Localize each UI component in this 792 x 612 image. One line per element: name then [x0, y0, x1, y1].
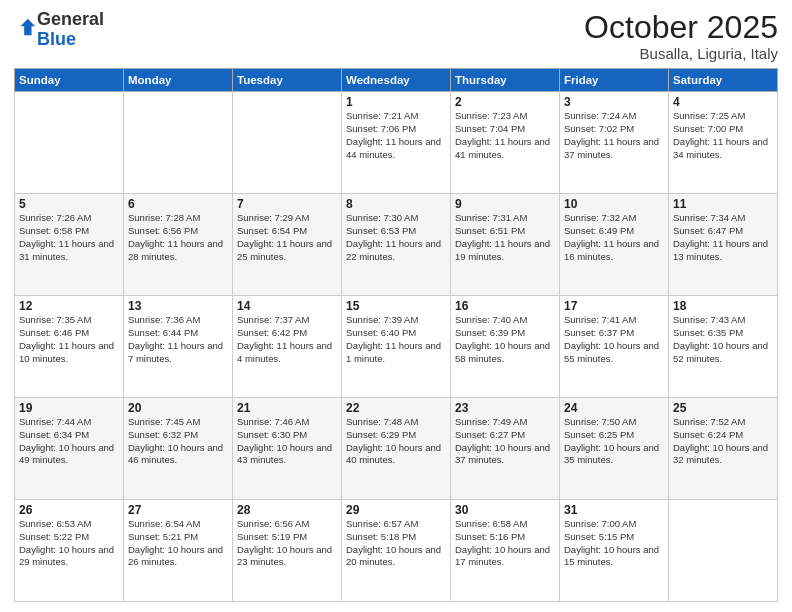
day-info: Sunrise: 7:26 AM Sunset: 6:58 PM Dayligh…: [19, 212, 119, 263]
day-number: 18: [673, 299, 773, 313]
day-cell: 13Sunrise: 7:36 AM Sunset: 6:44 PM Dayli…: [124, 296, 233, 398]
day-info: Sunrise: 6:53 AM Sunset: 5:22 PM Dayligh…: [19, 518, 119, 569]
day-cell: 20Sunrise: 7:45 AM Sunset: 6:32 PM Dayli…: [124, 398, 233, 500]
day-cell: 17Sunrise: 7:41 AM Sunset: 6:37 PM Dayli…: [560, 296, 669, 398]
day-cell: 10Sunrise: 7:32 AM Sunset: 6:49 PM Dayli…: [560, 194, 669, 296]
header: General Blue October 2025 Busalla, Ligur…: [14, 10, 778, 62]
day-info: Sunrise: 7:00 AM Sunset: 5:15 PM Dayligh…: [564, 518, 664, 569]
day-number: 3: [564, 95, 664, 109]
day-info: Sunrise: 7:29 AM Sunset: 6:54 PM Dayligh…: [237, 212, 337, 263]
week-row-4: 19Sunrise: 7:44 AM Sunset: 6:34 PM Dayli…: [15, 398, 778, 500]
day-number: 27: [128, 503, 228, 517]
day-info: Sunrise: 7:44 AM Sunset: 6:34 PM Dayligh…: [19, 416, 119, 467]
page: General Blue October 2025 Busalla, Ligur…: [0, 0, 792, 612]
day-info: Sunrise: 7:43 AM Sunset: 6:35 PM Dayligh…: [673, 314, 773, 365]
logo-blue: Blue: [37, 29, 76, 49]
day-info: Sunrise: 7:39 AM Sunset: 6:40 PM Dayligh…: [346, 314, 446, 365]
month-title: October 2025: [584, 10, 778, 45]
day-cell: 3Sunrise: 7:24 AM Sunset: 7:02 PM Daylig…: [560, 92, 669, 194]
day-number: 20: [128, 401, 228, 415]
day-number: 7: [237, 197, 337, 211]
day-cell: 29Sunrise: 6:57 AM Sunset: 5:18 PM Dayli…: [342, 500, 451, 602]
day-number: 5: [19, 197, 119, 211]
day-cell: 31Sunrise: 7:00 AM Sunset: 5:15 PM Dayli…: [560, 500, 669, 602]
day-cell: 15Sunrise: 7:39 AM Sunset: 6:40 PM Dayli…: [342, 296, 451, 398]
day-cell: [15, 92, 124, 194]
day-info: Sunrise: 7:45 AM Sunset: 6:32 PM Dayligh…: [128, 416, 228, 467]
day-info: Sunrise: 6:58 AM Sunset: 5:16 PM Dayligh…: [455, 518, 555, 569]
week-row-2: 5Sunrise: 7:26 AM Sunset: 6:58 PM Daylig…: [15, 194, 778, 296]
day-info: Sunrise: 7:46 AM Sunset: 6:30 PM Dayligh…: [237, 416, 337, 467]
day-number: 29: [346, 503, 446, 517]
weekday-header-sunday: Sunday: [15, 69, 124, 92]
day-number: 28: [237, 503, 337, 517]
day-number: 9: [455, 197, 555, 211]
day-cell: 27Sunrise: 6:54 AM Sunset: 5:21 PM Dayli…: [124, 500, 233, 602]
day-cell: 21Sunrise: 7:46 AM Sunset: 6:30 PM Dayli…: [233, 398, 342, 500]
day-cell: 6Sunrise: 7:28 AM Sunset: 6:56 PM Daylig…: [124, 194, 233, 296]
weekday-header-tuesday: Tuesday: [233, 69, 342, 92]
day-info: Sunrise: 6:57 AM Sunset: 5:18 PM Dayligh…: [346, 518, 446, 569]
day-cell: [124, 92, 233, 194]
day-number: 13: [128, 299, 228, 313]
day-number: 19: [19, 401, 119, 415]
day-cell: 2Sunrise: 7:23 AM Sunset: 7:04 PM Daylig…: [451, 92, 560, 194]
day-cell: 25Sunrise: 7:52 AM Sunset: 6:24 PM Dayli…: [669, 398, 778, 500]
weekday-header-friday: Friday: [560, 69, 669, 92]
day-number: 2: [455, 95, 555, 109]
day-cell: 18Sunrise: 7:43 AM Sunset: 6:35 PM Dayli…: [669, 296, 778, 398]
day-cell: 11Sunrise: 7:34 AM Sunset: 6:47 PM Dayli…: [669, 194, 778, 296]
day-number: 24: [564, 401, 664, 415]
day-info: Sunrise: 7:23 AM Sunset: 7:04 PM Dayligh…: [455, 110, 555, 161]
day-number: 10: [564, 197, 664, 211]
day-number: 15: [346, 299, 446, 313]
day-number: 26: [19, 503, 119, 517]
day-cell: 8Sunrise: 7:30 AM Sunset: 6:53 PM Daylig…: [342, 194, 451, 296]
svg-marker-0: [21, 19, 36, 36]
day-info: Sunrise: 7:48 AM Sunset: 6:29 PM Dayligh…: [346, 416, 446, 467]
day-info: Sunrise: 7:41 AM Sunset: 6:37 PM Dayligh…: [564, 314, 664, 365]
day-info: Sunrise: 7:25 AM Sunset: 7:00 PM Dayligh…: [673, 110, 773, 161]
day-number: 4: [673, 95, 773, 109]
day-info: Sunrise: 7:36 AM Sunset: 6:44 PM Dayligh…: [128, 314, 228, 365]
calendar-body: 1Sunrise: 7:21 AM Sunset: 7:06 PM Daylig…: [15, 92, 778, 602]
day-cell: 12Sunrise: 7:35 AM Sunset: 6:46 PM Dayli…: [15, 296, 124, 398]
day-cell: 1Sunrise: 7:21 AM Sunset: 7:06 PM Daylig…: [342, 92, 451, 194]
day-number: 6: [128, 197, 228, 211]
day-number: 22: [346, 401, 446, 415]
day-number: 31: [564, 503, 664, 517]
location-title: Busalla, Liguria, Italy: [584, 45, 778, 62]
weekday-header-thursday: Thursday: [451, 69, 560, 92]
weekday-header-monday: Monday: [124, 69, 233, 92]
day-cell: 9Sunrise: 7:31 AM Sunset: 6:51 PM Daylig…: [451, 194, 560, 296]
calendar: SundayMondayTuesdayWednesdayThursdayFrid…: [14, 68, 778, 602]
day-cell: 16Sunrise: 7:40 AM Sunset: 6:39 PM Dayli…: [451, 296, 560, 398]
day-info: Sunrise: 7:40 AM Sunset: 6:39 PM Dayligh…: [455, 314, 555, 365]
day-info: Sunrise: 7:52 AM Sunset: 6:24 PM Dayligh…: [673, 416, 773, 467]
day-cell: 7Sunrise: 7:29 AM Sunset: 6:54 PM Daylig…: [233, 194, 342, 296]
logo-icon: [15, 17, 37, 39]
logo-general: General: [37, 9, 104, 29]
day-cell: 28Sunrise: 6:56 AM Sunset: 5:19 PM Dayli…: [233, 500, 342, 602]
day-info: Sunrise: 7:24 AM Sunset: 7:02 PM Dayligh…: [564, 110, 664, 161]
day-info: Sunrise: 7:31 AM Sunset: 6:51 PM Dayligh…: [455, 212, 555, 263]
day-cell: [233, 92, 342, 194]
logo: General Blue: [14, 10, 104, 50]
day-info: Sunrise: 7:50 AM Sunset: 6:25 PM Dayligh…: [564, 416, 664, 467]
day-info: Sunrise: 7:28 AM Sunset: 6:56 PM Dayligh…: [128, 212, 228, 263]
day-number: 1: [346, 95, 446, 109]
day-cell: 5Sunrise: 7:26 AM Sunset: 6:58 PM Daylig…: [15, 194, 124, 296]
day-info: Sunrise: 7:34 AM Sunset: 6:47 PM Dayligh…: [673, 212, 773, 263]
day-number: 12: [19, 299, 119, 313]
day-cell: 22Sunrise: 7:48 AM Sunset: 6:29 PM Dayli…: [342, 398, 451, 500]
weekday-header-saturday: Saturday: [669, 69, 778, 92]
day-info: Sunrise: 7:49 AM Sunset: 6:27 PM Dayligh…: [455, 416, 555, 467]
week-row-1: 1Sunrise: 7:21 AM Sunset: 7:06 PM Daylig…: [15, 92, 778, 194]
day-info: Sunrise: 7:32 AM Sunset: 6:49 PM Dayligh…: [564, 212, 664, 263]
day-cell: 26Sunrise: 6:53 AM Sunset: 5:22 PM Dayli…: [15, 500, 124, 602]
day-number: 11: [673, 197, 773, 211]
week-row-5: 26Sunrise: 6:53 AM Sunset: 5:22 PM Dayli…: [15, 500, 778, 602]
day-info: Sunrise: 7:37 AM Sunset: 6:42 PM Dayligh…: [237, 314, 337, 365]
day-number: 21: [237, 401, 337, 415]
logo-text: General Blue: [37, 10, 104, 50]
